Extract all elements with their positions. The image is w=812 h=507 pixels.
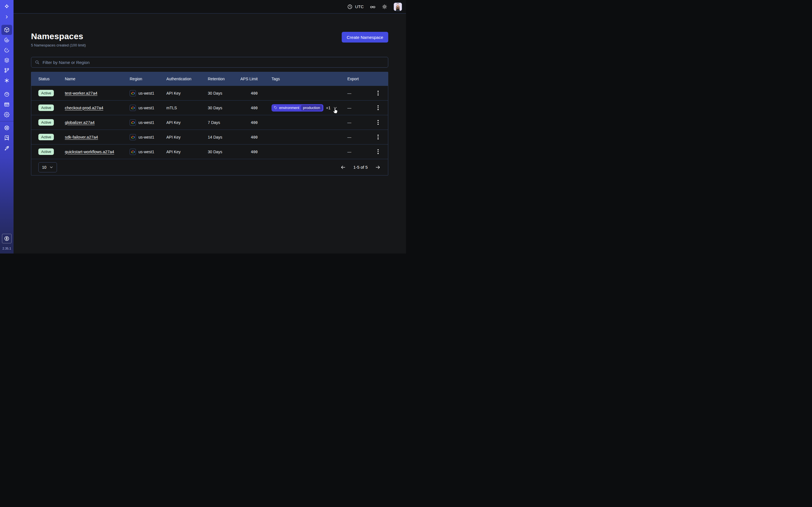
swirl-icon (4, 37, 10, 43)
avatar-photo (394, 3, 402, 11)
chevron-down-icon (49, 165, 53, 169)
aps-limit-value: 400 (233, 135, 271, 139)
tags-more-count: +1 (326, 106, 331, 110)
temporal-logo-icon (4, 4, 10, 10)
table-row: Active sdk-failover.a27a4 us-west1 (31, 129, 388, 144)
app-window: 2.35.1 UTC (0, 0, 406, 253)
table-header-row: Status Name Region Authentication Retent… (31, 72, 388, 86)
rocket-icon (4, 145, 10, 151)
data-encoder-button[interactable] (370, 4, 375, 10)
gcp-provider-badge (130, 90, 136, 96)
page-header: Namespaces 5 Namespaces created (100 lim… (31, 32, 388, 47)
version-label: 2.35.1 (3, 247, 11, 250)
tag-pill[interactable]: environment production (271, 104, 323, 112)
sidebar-item-workflows[interactable] (0, 35, 13, 45)
gcp-provider-badge (130, 119, 136, 126)
sidebar-item-usage[interactable] (0, 89, 13, 100)
google-cloud-icon (131, 92, 135, 95)
sidebar-expand-button[interactable] (0, 12, 13, 22)
page-subtitle: 5 Namespaces created (100 limit) (31, 43, 86, 47)
chevron-down-icon (333, 106, 338, 110)
sidebar-item-getting-started[interactable] (0, 143, 13, 153)
theme-toggle-button[interactable] (382, 4, 388, 10)
topbar: UTC (13, 0, 406, 13)
timezone-label: UTC (355, 4, 364, 9)
sidebar-logo[interactable] (0, 2, 13, 12)
auth-label: API Key (166, 150, 208, 154)
retention-label: 14 Days (208, 135, 233, 139)
export-value: — (347, 120, 368, 125)
page-size-select[interactable]: 10 (38, 162, 57, 172)
namespace-link[interactable]: test-worker.a27a4 (65, 91, 97, 96)
invoice-card-icon (4, 102, 10, 107)
column-header-tags: Tags (271, 76, 347, 81)
auth-label: API Key (166, 120, 208, 125)
status-badge: Active (38, 105, 54, 111)
prev-page-button[interactable] (340, 165, 346, 170)
clock-icon (347, 4, 353, 10)
export-value: — (347, 91, 368, 96)
credits-button[interactable] (2, 234, 11, 243)
row-actions-menu-button[interactable] (375, 118, 382, 126)
region-label: us-west1 (139, 135, 154, 139)
aps-limit-value: 400 (233, 106, 271, 110)
namespace-link[interactable]: quickstart-workflows.a27a4 (65, 150, 114, 154)
column-header-export: Export (347, 76, 368, 81)
namespace-link[interactable]: globalizer.a27a4 (65, 120, 95, 125)
sidebar-item-namespaces[interactable] (0, 25, 13, 35)
chevron-right-icon (4, 15, 9, 19)
table-row: Active checkout-prod.a27a4 us-west1 (31, 100, 388, 115)
auth-label: API Key (166, 91, 208, 96)
region-label: us-west1 (139, 106, 154, 110)
timezone-button[interactable]: UTC (347, 4, 364, 10)
main-content: Namespaces 5 Namespaces created (100 lim… (31, 13, 388, 175)
auth-label: mTLS (166, 106, 208, 110)
layers-icon (4, 57, 10, 63)
cube-icon (4, 27, 10, 33)
filter-input[interactable] (31, 57, 388, 68)
region-label: us-west1 (139, 91, 154, 96)
sidebar-divider (0, 121, 13, 121)
create-namespace-button[interactable]: Create Namespace (342, 32, 388, 43)
status-badge: Active (38, 90, 54, 96)
region-label: us-west1 (139, 120, 154, 125)
namespace-link[interactable]: checkout-prod.a27a4 (65, 106, 103, 110)
column-header-status: Status (38, 76, 65, 81)
gauge-icon (4, 92, 10, 97)
sidebar-item-batch[interactable] (0, 75, 13, 86)
column-header-region: Region (130, 76, 166, 81)
namespace-link[interactable]: sdk-failover.a27a4 (65, 135, 98, 139)
auth-label: API Key (166, 135, 208, 139)
export-value: — (347, 135, 368, 139)
next-page-button[interactable] (375, 165, 380, 170)
status-badge: Active (38, 149, 54, 155)
pagination-range: 1-5 of 5 (353, 165, 368, 170)
sidebar-item-deployments[interactable] (0, 55, 13, 65)
sidebar-item-support[interactable] (0, 123, 13, 133)
branch-icon (4, 68, 10, 73)
column-header-name: Name (65, 76, 130, 81)
search-icon (35, 60, 40, 65)
sidebar-item-nexus[interactable] (0, 65, 13, 75)
arrow-right-icon (375, 165, 380, 170)
asterisk-icon (4, 78, 10, 83)
row-actions-menu-button[interactable] (375, 104, 382, 112)
row-actions-menu-button[interactable] (375, 133, 382, 141)
timer-icon (4, 47, 10, 53)
tag-value: production (301, 105, 322, 110)
sidebar-item-docs[interactable] (0, 133, 13, 143)
lifebuoy-icon (4, 125, 10, 131)
arrow-left-icon (340, 165, 346, 170)
row-actions-menu-button[interactable] (375, 89, 382, 97)
row-actions-menu-button[interactable] (375, 148, 382, 156)
sidebar-item-billing[interactable] (0, 100, 13, 110)
table-row: Active quickstart-workflows.a27a4 us-wes… (31, 144, 388, 159)
user-avatar[interactable] (394, 3, 402, 11)
gcp-provider-badge (130, 149, 136, 155)
aps-limit-value: 400 (233, 91, 271, 96)
tags-expand-button[interactable] (333, 106, 338, 110)
export-value: — (347, 150, 368, 154)
sidebar-item-settings[interactable] (0, 110, 13, 120)
sidebar-item-schedules[interactable] (0, 45, 13, 55)
retention-label: 30 Days (208, 91, 233, 96)
